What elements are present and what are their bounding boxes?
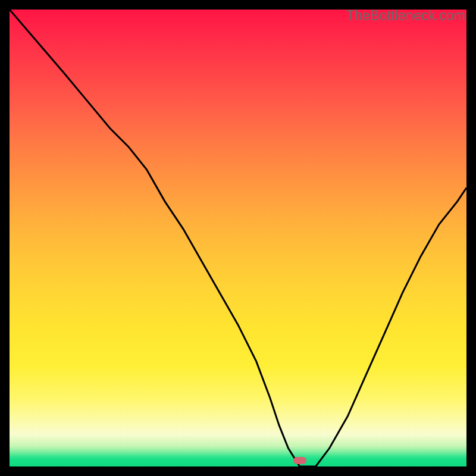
bottleneck-curve	[10, 10, 466, 466]
optimal-point-marker	[293, 457, 306, 464]
plot-area: TheBottleneck.com	[10, 10, 466, 466]
chart-wrapper: TheBottleneck.com	[0, 0, 476, 476]
curve-svg	[10, 10, 466, 466]
